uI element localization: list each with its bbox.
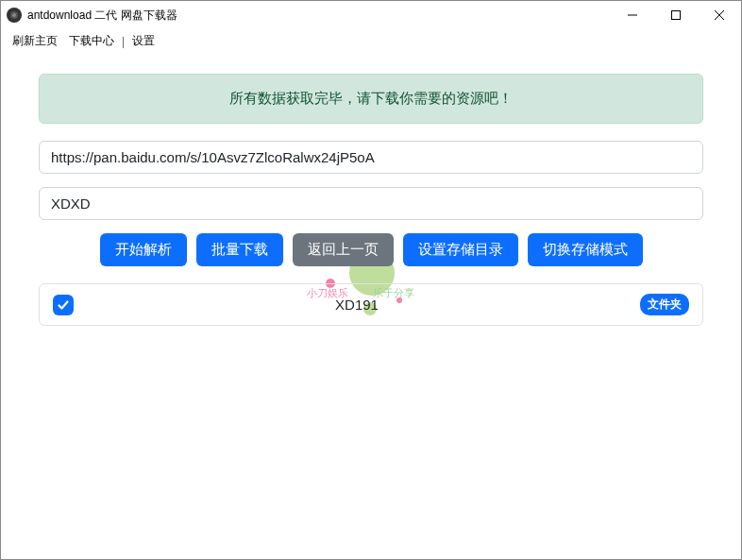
file-row[interactable]: XD191 文件夹 [39,283,703,326]
app-icon [7,8,22,23]
titlebar: antdownload 二代 网盘下载器 [1,1,741,29]
menu-download-center[interactable]: 下载中心 [63,31,120,51]
svg-point-1 [12,13,16,17]
menubar: 刷新主页 下载中心 | 设置 [1,29,741,55]
minimize-button[interactable] [611,1,654,29]
close-button[interactable] [698,1,741,29]
maximize-button[interactable] [654,1,698,29]
file-name: XD191 [74,297,640,313]
batch-download-button[interactable]: 批量下载 [196,233,283,266]
code-input[interactable] [39,187,703,220]
success-alert: 所有数据获取完毕，请下载你需要的资源吧！ [39,74,703,124]
file-checkbox[interactable] [53,295,74,315]
url-input[interactable] [39,141,703,174]
button-row: 开始解析 批量下载 返回上一页 设置存储目录 切换存储模式 [39,233,703,266]
main-content: 所有数据获取完毕，请下载你需要的资源吧！ 开始解析 批量下载 返回上一页 设置存… [1,55,741,345]
parse-button[interactable]: 开始解析 [100,233,187,266]
menu-settings[interactable]: 设置 [126,31,160,51]
window-title: antdownload 二代 网盘下载器 [27,8,177,24]
set-storage-dir-button[interactable]: 设置存储目录 [403,233,518,266]
svg-rect-3 [672,11,681,20]
back-button[interactable]: 返回上一页 [293,233,394,266]
file-type-badge: 文件夹 [640,294,689,315]
switch-storage-mode-button[interactable]: 切换存储模式 [528,233,643,266]
menu-refresh[interactable]: 刷新主页 [7,31,63,51]
menu-separator: | [120,33,126,50]
window-controls [611,1,741,29]
